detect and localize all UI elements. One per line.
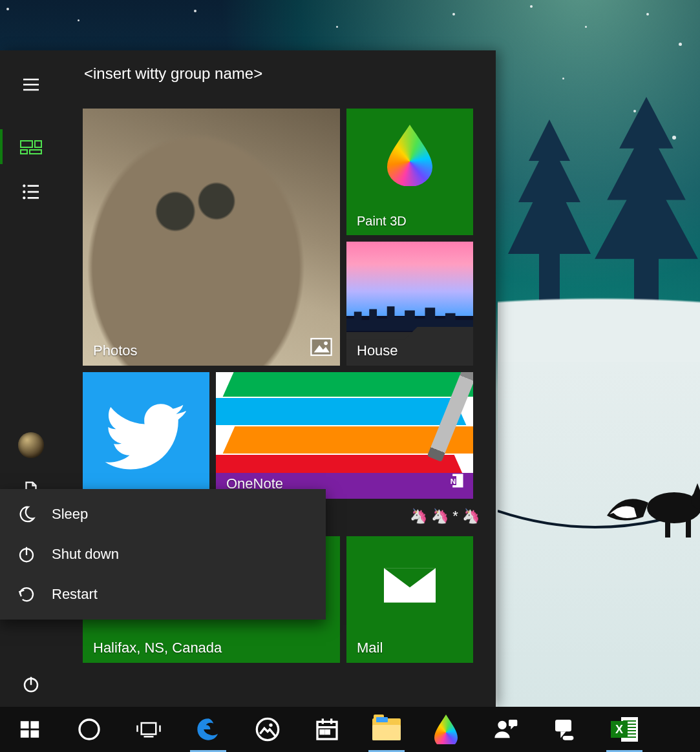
tile-onenote[interactable]: OneNote N <box>216 372 473 499</box>
svg-rect-28 <box>30 721 39 728</box>
tile-label: Photos <box>93 342 138 359</box>
taskbar-app-file-explorer[interactable] <box>357 707 416 752</box>
tile-label: Halifax, NS, Canada <box>93 640 222 656</box>
people-icon <box>493 716 518 742</box>
svg-point-31 <box>80 720 99 739</box>
cortana-button[interactable] <box>59 707 119 752</box>
taskbar-app-excel[interactable]: X <box>595 707 654 752</box>
svg-point-13 <box>23 196 25 199</box>
windows-icon <box>19 718 41 740</box>
tile-label: Paint 3D <box>357 214 407 229</box>
svg-rect-43 <box>326 731 329 734</box>
start-button[interactable] <box>0 707 59 752</box>
list-icon <box>21 182 41 202</box>
svg-rect-47 <box>555 720 571 731</box>
power-icon <box>21 674 41 694</box>
svg-point-37 <box>269 724 272 727</box>
svg-point-19 <box>324 342 328 346</box>
hamburger-button[interactable] <box>0 62 62 107</box>
excel-icon: X <box>611 716 638 743</box>
tile-twitter[interactable] <box>83 372 209 499</box>
svg-rect-32 <box>142 723 156 735</box>
svg-point-44 <box>498 721 506 729</box>
svg-marker-4 <box>694 483 700 494</box>
taskbar: X <box>0 707 700 752</box>
svg-rect-14 <box>28 197 39 199</box>
svg-rect-1 <box>665 519 670 538</box>
svg-rect-2 <box>686 519 691 538</box>
calendar-icon <box>314 716 340 742</box>
svg-rect-8 <box>30 150 41 154</box>
folder-icon <box>372 718 401 740</box>
group-header-1[interactable]: <insert witty group name> <box>83 50 489 94</box>
svg-marker-46 <box>511 726 514 729</box>
user-account-button[interactable] <box>0 423 62 468</box>
taskbar-app-photos[interactable] <box>238 707 297 752</box>
photos-app-icon <box>255 716 281 742</box>
svg-point-9 <box>23 185 25 187</box>
tile-house[interactable]: House <box>346 242 473 366</box>
menu-label: Restart <box>52 586 98 603</box>
group-header-2[interactable]: 🦄 🦄 * 🦄 <box>410 508 480 525</box>
svg-rect-42 <box>321 731 324 734</box>
menu-label: Shut down <box>52 546 119 563</box>
svg-rect-30 <box>30 730 39 737</box>
power-button[interactable] <box>0 662 62 707</box>
svg-rect-27 <box>21 721 29 728</box>
svg-point-11 <box>23 191 25 193</box>
taskbar-app-feedback[interactable] <box>535 707 595 752</box>
onenote-icon: N <box>447 472 465 492</box>
task-view-icon <box>136 716 162 742</box>
tile-mail[interactable]: Mail <box>346 536 473 663</box>
paint3d-icon <box>387 125 432 186</box>
tile-label: Mail <box>357 640 383 656</box>
cortana-icon <box>76 716 102 742</box>
task-view-button[interactable] <box>119 707 178 752</box>
svg-rect-12 <box>28 191 39 193</box>
moon-icon <box>17 505 36 524</box>
menu-label: Sleep <box>52 506 88 523</box>
tiles-icon <box>20 138 42 156</box>
restart-icon <box>17 585 36 604</box>
svg-rect-17 <box>311 339 331 355</box>
power-context-menu: Sleep Shut down Restart <box>0 489 326 620</box>
wallpaper-fox <box>603 465 700 543</box>
power-menu-sleep[interactable]: Sleep <box>0 494 326 534</box>
all-apps-button[interactable] <box>0 169 62 214</box>
svg-rect-5 <box>21 141 32 147</box>
svg-rect-45 <box>509 720 517 726</box>
taskbar-app-paint3d[interactable] <box>416 707 476 752</box>
hamburger-icon <box>21 74 41 95</box>
svg-rect-29 <box>21 730 29 737</box>
svg-text:N: N <box>451 477 456 485</box>
svg-rect-7 <box>21 150 27 154</box>
tile-photos[interactable]: Photos <box>83 109 340 366</box>
mail-icon <box>384 567 436 603</box>
paint3d-icon <box>434 715 458 744</box>
svg-rect-6 <box>35 141 41 147</box>
taskbar-app-people[interactable] <box>476 707 535 752</box>
photo-icon <box>310 337 332 359</box>
power-menu-restart[interactable]: Restart <box>0 574 326 614</box>
power-icon <box>17 545 36 564</box>
taskbar-app-calendar[interactable] <box>297 707 357 752</box>
avatar-icon <box>18 432 44 458</box>
taskbar-app-edge[interactable] <box>178 707 238 752</box>
tile-paint3d[interactable]: Paint 3D <box>346 109 473 235</box>
svg-rect-49 <box>563 736 574 740</box>
edge-icon <box>195 716 221 742</box>
power-menu-shutdown[interactable]: Shut down <box>0 534 326 574</box>
svg-rect-10 <box>28 185 39 187</box>
tile-label: House <box>357 342 398 359</box>
pinned-tiles-button[interactable] <box>0 124 62 169</box>
feedback-icon <box>552 716 578 742</box>
twitter-icon <box>105 394 189 478</box>
svg-point-36 <box>257 718 278 740</box>
